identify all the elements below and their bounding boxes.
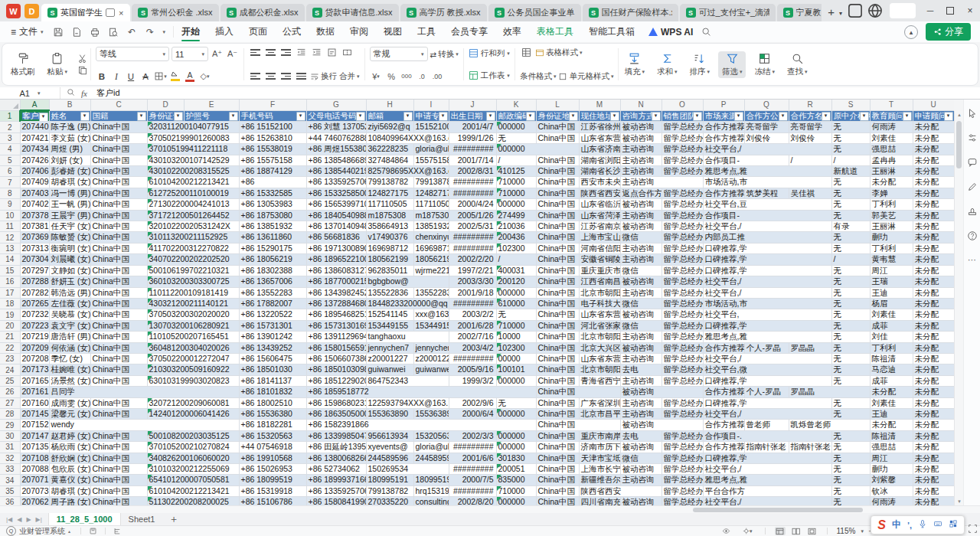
fill-color-button[interactable] [169, 71, 181, 81]
save-icon[interactable] [53, 26, 64, 38]
cell[interactable]: 王迪 [870, 408, 913, 419]
cell[interactable]: China中国 [90, 408, 147, 419]
cell[interactable]: ######### [449, 144, 496, 155]
cell[interactable]: 207288 [20, 276, 49, 287]
cell[interactable]: 王丽淋 [870, 221, 913, 232]
cell[interactable]: 未分配 [913, 497, 954, 505]
cell[interactable]: 山东省济南 [579, 144, 620, 155]
cell[interactable]: 安徽省铜陵 [579, 254, 620, 265]
conditional-format-button[interactable]: 条件格式▾ [520, 71, 557, 82]
cell[interactable]: 无 [831, 485, 870, 496]
cell[interactable]: 无 [831, 353, 870, 364]
cell[interactable]: 主动咨询 [620, 375, 662, 386]
cell[interactable]: 825798695XXX@163.c [366, 166, 449, 177]
cell[interactable]: 主动咨询 [620, 475, 662, 485]
cell[interactable]: 180562199 [413, 254, 449, 265]
cell[interactable]: 留学总经办 [662, 332, 703, 342]
row-number[interactable]: 5 [0, 155, 20, 165]
header-cell[interactable]: 身份证号▼ [147, 110, 184, 122]
file-tab[interactable]: S贷款申请信息.xlsx [306, 4, 399, 21]
cell[interactable]: 指南针张老 [789, 442, 831, 453]
cell[interactable]: 北京大兴区 [579, 342, 620, 353]
cell[interactable]: 留学总经办 [662, 243, 703, 253]
cell[interactable]: China中国 [536, 453, 579, 463]
cell[interactable]: +86 18753080 [239, 210, 306, 221]
cell[interactable]: ######### [449, 353, 496, 364]
row-number[interactable]: 1 [0, 110, 20, 122]
thousands-format-button[interactable]: 000 [400, 70, 413, 82]
cell[interactable]: 主动咨询 [620, 408, 662, 419]
cell[interactable]: 何依涵 (女) [49, 342, 90, 353]
cell[interactable]: 留学总经办 [662, 166, 703, 177]
header-cell[interactable]: 销售团队▼ [662, 110, 703, 122]
filter-button[interactable]: ▼ [734, 112, 743, 121]
cell[interactable]: 主动咨询 [620, 144, 662, 155]
row-number[interactable]: 34 [0, 475, 20, 485]
cell[interactable]: 138519326 [413, 221, 449, 232]
cell[interactable]: 市场活动,市 [703, 298, 831, 309]
cell[interactable]: 刘素佳 [870, 397, 913, 408]
cell[interactable]: 丁利利 [870, 243, 913, 253]
cell[interactable]: 济南市历下 [579, 442, 620, 453]
cell[interactable]: China中国 [536, 364, 579, 375]
cell[interactable]: 155363890 [366, 408, 413, 419]
cell[interactable]: China中国 [90, 199, 147, 210]
cell[interactable]: 207088 [20, 464, 49, 475]
cell[interactable]: +44 07546918 [239, 442, 306, 453]
cell[interactable]: 留学总经办 [662, 320, 703, 331]
worksheet-button[interactable]: 工作表▾ [469, 69, 510, 82]
increase-decimal-button[interactable]: .0 [416, 70, 429, 82]
cell[interactable]: 无 [831, 144, 870, 155]
cell[interactable]: China中国 [90, 243, 147, 253]
filter-button[interactable]: ▼ [80, 112, 90, 121]
cell[interactable]: 610104200212213421 [147, 177, 239, 188]
cell[interactable]: 124827175 [413, 188, 449, 198]
cell[interactable]: 未分配 [913, 309, 954, 320]
cell[interactable]: 合作方推荐 [703, 387, 744, 397]
cell[interactable]: +86 15575158 [239, 155, 306, 165]
cell[interactable]: China中国 [536, 210, 579, 221]
cell[interactable]: +44 7460762888 [306, 132, 366, 143]
cell[interactable]: 无 [831, 497, 870, 505]
minimize-button[interactable]: ─ [920, 0, 940, 21]
cell[interactable]: 430102200208315525 [147, 166, 239, 177]
cell[interactable]: 207406 [20, 166, 49, 177]
cell-style-button[interactable]: 单元格样式▾ [558, 71, 613, 82]
cell[interactable]: 社交平台,/ [703, 276, 831, 287]
header-cell[interactable]: 手机号码▼ [239, 110, 306, 122]
cell[interactable]: 153449155 [413, 320, 449, 331]
column-letter-F[interactable]: F [239, 100, 306, 110]
cell[interactable]: 留学总经办 [662, 342, 703, 353]
cell[interactable]: 合作方推荐 [703, 122, 744, 132]
horizontal-scroll-thumb[interactable] [693, 508, 863, 512]
cell[interactable]: 未分配 [913, 132, 954, 143]
cell[interactable]: +86 13901242 [239, 332, 306, 342]
row-number[interactable]: 25 [0, 375, 20, 386]
column-letter-E[interactable]: E [184, 100, 239, 110]
cell[interactable]: ######### [449, 177, 496, 188]
cell[interactable]: China中国 [536, 155, 579, 165]
cell[interactable]: 成菲 [870, 320, 913, 331]
cell[interactable]: / [831, 155, 870, 165]
cell[interactable]: / [789, 155, 831, 165]
cell[interactable]: 000000 [496, 144, 579, 155]
cell[interactable]: 刘俊伶 [744, 132, 789, 143]
row-number[interactable]: 12 [0, 232, 20, 243]
cell[interactable]: 370502199901260083 [147, 132, 239, 143]
avatar[interactable] [890, 3, 916, 18]
cell[interactable]: 150269534 [366, 464, 449, 475]
print-preview-icon[interactable] [108, 26, 119, 38]
file-tab[interactable]: S常州公积金 .xlsx [132, 4, 218, 21]
cell[interactable]: 271302200004241013 [147, 199, 239, 210]
cell[interactable]: 无 [831, 276, 870, 287]
row-number[interactable]: 6 [0, 166, 20, 177]
cell[interactable]: China中国 [90, 309, 147, 320]
cell[interactable]: 周江 [870, 453, 913, 463]
selection-center-icon[interactable]: ▾ [743, 527, 753, 535]
cell[interactable]: 主动咨询 [620, 353, 662, 364]
cell[interactable]: 合作方推荐 [703, 132, 744, 143]
font-size-select[interactable]: 11▾ [172, 47, 208, 61]
cell[interactable]: 广东省深圳 [579, 397, 620, 408]
cell[interactable]: 新疆维吾尔 [579, 475, 620, 485]
cell[interactable]: 1999/1/26 [449, 132, 496, 143]
